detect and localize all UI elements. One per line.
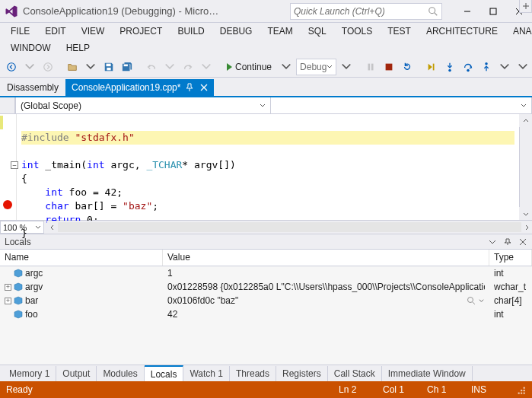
locals-row[interactable]: foo42int [0, 307, 532, 321]
horizontal-scrollbar[interactable] [47, 221, 532, 234]
step-out-button[interactable] [478, 59, 495, 75]
tool-tab-locals[interactable]: Locals [145, 365, 184, 382]
svg-point-31 [524, 387, 525, 389]
svg-point-27 [521, 393, 522, 394]
menu-bar-2: WINDOWHELP [0, 40, 532, 56]
menu-view[interactable]: VIEW [74, 24, 113, 39]
tool-tab-call-stack[interactable]: Call Stack [328, 366, 382, 381]
menu-edit[interactable]: EDIT [37, 24, 73, 39]
menu-build[interactable]: BUILD [170, 24, 212, 39]
expand-toggle [5, 311, 11, 318]
scope-bar: (Global Scope) [0, 97, 532, 114]
locals-row[interactable]: argc1int [0, 266, 532, 280]
menu-file[interactable]: FILE [3, 24, 37, 39]
menu-tools[interactable]: TOOLS [334, 24, 380, 39]
code-editor[interactable]: #include "stdafx.h" −int _tmain(int argc… [0, 114, 532, 221]
tool-tab-output[interactable]: Output [56, 366, 97, 381]
config-dropdown[interactable] [338, 59, 355, 75]
scroll-up-button[interactable] [519, 114, 532, 127]
scroll-right-button[interactable] [521, 221, 532, 234]
step-into-button[interactable] [441, 59, 458, 75]
tab-disassembly[interactable]: Disassembly [0, 79, 65, 96]
status-ins: INS [471, 384, 502, 395]
col-value[interactable]: Value [163, 250, 489, 266]
tool-tab-watch-1[interactable]: Watch 1 [183, 366, 230, 381]
expand-toggle[interactable]: + [5, 298, 11, 304]
col-type[interactable]: Type [489, 250, 532, 266]
tab-active-file[interactable]: ConsoleApplication19.cpp* [65, 79, 214, 96]
config-combo[interactable]: Debug [296, 59, 336, 75]
var-name: bar [25, 295, 38, 306]
menu-architecture[interactable]: ARCHITECTURE [419, 24, 505, 39]
show-next-statement-button[interactable] [423, 59, 440, 75]
maximize-button[interactable] [480, 0, 506, 23]
tool-tab-immediate-window[interactable]: Immediate Window [382, 366, 473, 381]
svg-point-0 [429, 7, 435, 13]
close-panel-button[interactable] [517, 236, 529, 248]
scroll-down-button[interactable] [519, 207, 532, 220]
toolbar-overflow[interactable] [514, 59, 531, 75]
pause-button [362, 59, 379, 75]
menu-project[interactable]: PROJECT [112, 24, 170, 39]
stop-button[interactable] [381, 59, 397, 75]
expand-toggle[interactable]: + [5, 284, 11, 291]
breakpoint-icon[interactable] [3, 200, 12, 209]
locals-row[interactable]: +bar0x0106fd0c "baz"char[4] [0, 294, 532, 307]
vertical-scrollbar[interactable] [519, 114, 532, 220]
variable-icon [14, 310, 23, 319]
menu-analyze[interactable]: ANALYZE [505, 24, 532, 39]
menu-sql[interactable]: SQL [301, 24, 334, 39]
continue-dropdown[interactable] [278, 59, 295, 75]
tool-tab-threads[interactable]: Threads [230, 366, 276, 381]
menu-help[interactable]: HELP [59, 40, 97, 56]
open-file-dropdown[interactable] [82, 59, 99, 75]
var-name: argv [25, 282, 43, 292]
visualizer-dropdown[interactable] [479, 296, 485, 305]
restart-button[interactable] [399, 59, 416, 75]
resize-grip-icon[interactable] [515, 384, 526, 395]
locals-row[interactable]: +argv0x01228598 {0x012285a0 L"C:\\Users\… [0, 280, 532, 294]
minimize-button[interactable] [454, 0, 480, 23]
quick-launch-input[interactable]: Quick Launch (Ctrl+Q) [290, 3, 442, 20]
step-dropdown[interactable] [496, 59, 513, 75]
step-over-button[interactable] [460, 59, 476, 75]
svg-point-30 [521, 390, 522, 391]
svg-point-28 [524, 390, 525, 391]
close-tab-button[interactable] [199, 82, 209, 93]
code-area[interactable]: #include "stdafx.h" −int _tmain(int argc… [17, 114, 519, 220]
menu-debug[interactable]: DEBUG [212, 24, 260, 39]
menu-test[interactable]: TEST [380, 24, 419, 39]
var-type: int [489, 268, 532, 279]
scroll-track[interactable] [58, 222, 521, 232]
pin-icon[interactable] [185, 83, 194, 92]
svg-rect-8 [107, 63, 111, 66]
auto-hide-pin-button[interactable] [502, 236, 514, 248]
scope-combo-left[interactable]: (Global Scope) [15, 97, 271, 114]
menu-window[interactable]: WINDOW [3, 40, 59, 56]
save-all-button[interactable] [119, 59, 135, 75]
svg-point-29 [518, 393, 520, 394]
svg-point-15 [449, 68, 452, 72]
save-button[interactable] [100, 59, 117, 75]
outline-toggle-icon[interactable]: − [11, 161, 18, 169]
svg-rect-14 [433, 63, 435, 70]
tool-tab-memory-1[interactable]: Memory 1 [3, 366, 56, 381]
scroll-left-button[interactable] [47, 221, 58, 234]
locals-grid: Name Value Type argc1int+argv0x01228598 … [0, 250, 532, 365]
var-name: foo [25, 309, 38, 320]
tool-tab-registers[interactable]: Registers [276, 366, 328, 381]
open-file-button[interactable] [64, 59, 81, 75]
scope-combo-right[interactable] [271, 97, 532, 114]
menu-bar: FILEEDITVIEWPROJECTBUILDDEBUGTEAMSQLTOOL… [0, 23, 532, 40]
redo-dropdown [198, 59, 215, 75]
window-position-button[interactable] [486, 236, 499, 248]
nav-back-button[interactable] [3, 59, 20, 75]
split-editor-button[interactable] [519, 0, 532, 13]
continue-button[interactable]: Continue [222, 59, 276, 75]
scope-gutter [0, 97, 15, 113]
visualizer-icon[interactable] [467, 296, 476, 305]
var-value: 0x0106fd0c "baz" [167, 295, 238, 306]
tool-tab-modules[interactable]: Modules [97, 366, 144, 381]
scope-left-value: (Global Scope) [21, 100, 260, 111]
menu-team[interactable]: TEAM [260, 24, 300, 39]
